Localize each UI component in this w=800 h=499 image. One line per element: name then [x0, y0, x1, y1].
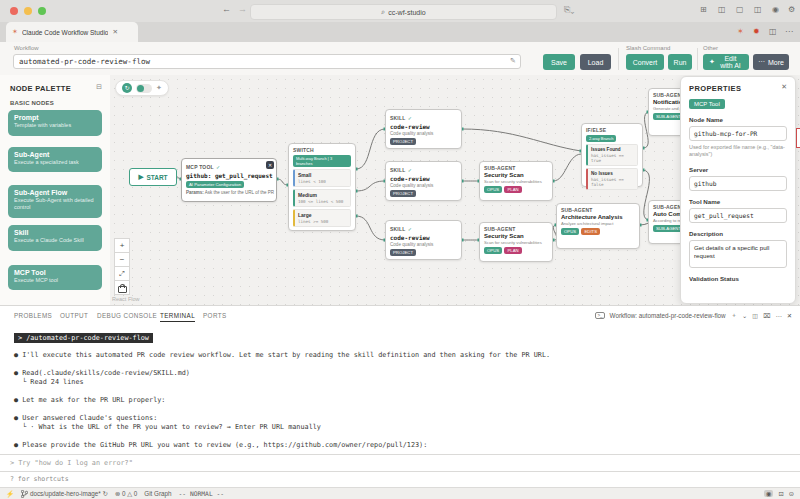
keyboard-icon[interactable]: ⊡: [778, 490, 783, 497]
node-skill-3[interactable]: SKILL ✓ code-review Code quality analysi…: [385, 220, 462, 260]
address-bar[interactable]: ⌕ cc-wf-studio: [250, 4, 557, 20]
git-branch-item[interactable]: docs/update-hero-image* ↻: [21, 490, 108, 498]
terminal-input[interactable]: > Try "how do I log an error?": [0, 454, 800, 472]
node-name-helper: Used for exported file name (e.g., "data…: [689, 144, 787, 159]
problems-item[interactable]: ⊗ 0 △ 0: [115, 490, 137, 497]
run-button[interactable]: Run: [668, 54, 692, 70]
close-panel-icon[interactable]: ✕: [787, 312, 792, 319]
tab-claude-code-workflow-studio[interactable]: ✶ Claude Code Workflow Studio ✕: [6, 22, 138, 42]
close-tab-icon[interactable]: ✕: [112, 28, 117, 36]
other-group-label: Other: [703, 45, 718, 51]
node-name-input[interactable]: github-mcp-for-PR: [689, 126, 787, 141]
collapse-palette-icon[interactable]: ⊟: [96, 83, 102, 91]
node-skill-1[interactable]: SKILL ✓ code-review Code quality analysi…: [385, 109, 462, 149]
more-icon: ⋯: [758, 58, 765, 66]
back-button[interactable]: ←: [222, 4, 231, 14]
save-button[interactable]: Save: [543, 54, 575, 70]
node-architecture-analysis[interactable]: SUB-AGENT Architecture Analysis Analyze …: [556, 203, 640, 249]
server-label: Server: [689, 166, 787, 173]
git-graph-item[interactable]: Git Graph: [144, 490, 171, 497]
more-tabs-icon[interactable]: ⋯: [785, 27, 793, 36]
kill-terminal-icon[interactable]: ⌧: [763, 312, 770, 319]
delete-node-icon[interactable]: ✕: [266, 161, 274, 169]
downloads-icon[interactable]: ◉: [772, 5, 779, 14]
shortcuts-hint: ? for shortcuts: [10, 475, 69, 483]
palette-item-skill[interactable]: Skill Execute a Claude Code Skill: [8, 225, 102, 251]
description-input[interactable]: Get details of a specific pull request: [689, 240, 787, 268]
branch-no-issues[interactable]: No Issues has_issues == false: [586, 168, 638, 190]
branch-badge: Multi-way Branch | 3 branches: [293, 155, 351, 167]
terminal-line: ● User answered Claude's questions:: [14, 414, 786, 423]
magic-icon[interactable]: ✦: [156, 84, 162, 92]
project-badge: PROJECT: [390, 249, 416, 256]
convert-button[interactable]: Convert: [626, 54, 664, 70]
notifications-bell-icon[interactable]: ⊙: [789, 490, 794, 497]
load-button[interactable]: Load: [580, 54, 611, 70]
zoom-out-button[interactable]: −: [114, 252, 130, 267]
branch-small[interactable]: Small lines < 100: [293, 169, 351, 187]
url-text: cc-wf-studio: [388, 9, 425, 16]
terminal-line: ● Please provide the GitHub PR URL you w…: [14, 441, 786, 450]
workflow-canvas[interactable]: ↻ ✦ ▶ START ✕ MCP TOOL ✓ github: get_pul…: [110, 75, 800, 305]
palette-item-mcp-tool[interactable]: MCP Tool Execute MCP tool: [8, 265, 102, 290]
flame-icon[interactable]: ✹: [753, 27, 760, 36]
minimize-window-button[interactable]: [24, 7, 32, 15]
server-input[interactable]: github: [689, 176, 787, 191]
workflow-name-input[interactable]: [13, 54, 521, 69]
layout-icon[interactable]: ◫: [769, 27, 777, 36]
node-offscreen-error[interactable]: [796, 128, 800, 148]
lock-icon: [118, 286, 127, 293]
devices-icon[interactable]: ▢: [736, 5, 744, 14]
tab-problems[interactable]: PROBLEMS: [14, 312, 52, 319]
zoom-in-button[interactable]: +: [114, 238, 130, 253]
shell-icon: >_: [595, 312, 604, 319]
tab-debug-console[interactable]: DEBUG CONSOLE: [97, 312, 157, 319]
canvas-controls: + − ⤢: [114, 238, 130, 295]
claude-extension-icon[interactable]: ✶: [737, 27, 744, 36]
status-bar: ⚡ docs/update-hero-image* ↻ ⊗ 0 △ 0 Git …: [0, 487, 800, 499]
screencast-icon[interactable]: ◉: [764, 490, 774, 497]
remote-icon[interactable]: ⚡: [6, 490, 14, 498]
forward-button[interactable]: →: [238, 4, 247, 14]
tool-name-input[interactable]: get_pull_request: [689, 208, 787, 223]
node-start[interactable]: ▶ START: [129, 168, 177, 186]
fit-view-button[interactable]: ⤢: [114, 266, 130, 281]
node-mcp-tool[interactable]: ✕ MCP TOOL ✓ github: get_pull_request AI…: [181, 158, 277, 202]
reactflow-attribution: React Flow: [112, 296, 140, 302]
node-skill-2[interactable]: SKILL ✓ code-review Code quality analysi…: [385, 161, 462, 201]
branch-medium[interactable]: Medium 100 <= lines < 500: [293, 189, 351, 207]
tool-name-label: Tool Name: [689, 198, 787, 205]
split-terminal-icon[interactable]: ◫: [752, 312, 758, 319]
terminal-dropdown-icon[interactable]: ⌄: [742, 312, 747, 319]
settings-gear-icon[interactable]: ⚙: [788, 5, 795, 14]
tab-terminal[interactable]: TERMINAL: [160, 312, 195, 322]
more-button[interactable]: ⋯More: [753, 54, 789, 70]
share-icon[interactable]: ⎘⌄: [564, 5, 574, 15]
snap-toggle[interactable]: [136, 84, 152, 93]
branch-large[interactable]: Large lines >= 500: [293, 209, 351, 227]
sidebar-panel-icon[interactable]: ◫: [718, 5, 726, 14]
palette-item-sub-agent-flow[interactable]: Sub-Agent Flow Execute Sub-Agent with de…: [8, 185, 102, 218]
new-terminal-icon[interactable]: ＋: [731, 311, 737, 320]
close-window-button[interactable]: [10, 7, 18, 15]
palette-item-sub-agent[interactable]: Sub-Agent Execute a specialized task: [8, 147, 102, 172]
play-icon: ▶: [138, 173, 143, 181]
zoom-window-button[interactable]: [38, 7, 46, 15]
edit-name-icon[interactable]: ✎: [510, 57, 516, 65]
tab-output[interactable]: OUTPUT: [60, 312, 88, 319]
node-if-else[interactable]: IF/ELSE 2-way Branch Issues Found has_is…: [581, 123, 643, 187]
node-security-scan-2[interactable]: SUB-AGENT Security Scan Scan for securit…: [479, 222, 553, 262]
palette-item-prompt[interactable]: Prompt Template with variables: [8, 110, 102, 136]
split-view-icon[interactable]: ◫: [754, 5, 762, 14]
edit-with-ai-button[interactable]: ✦Edit with AI: [703, 54, 749, 70]
lock-button[interactable]: [114, 280, 130, 295]
extensions-icon[interactable]: ⊞: [700, 5, 707, 14]
node-security-scan-1[interactable]: SUB-AGENT Security Scan Scan for securit…: [479, 161, 553, 201]
tab-ports[interactable]: PORTS: [203, 312, 227, 319]
close-properties-icon[interactable]: ✕: [781, 83, 787, 91]
panel-more-icon[interactable]: ⋯: [775, 312, 781, 319]
branch-issues-found[interactable]: Issues Found has_issues == true: [586, 144, 638, 166]
terminal-command: > /automated-pr-code-review-flow: [14, 333, 153, 343]
node-switch[interactable]: SWITCH Multi-way Branch | 3 branches Sma…: [288, 143, 356, 231]
auto-layout-icon[interactable]: ↻: [122, 83, 132, 93]
